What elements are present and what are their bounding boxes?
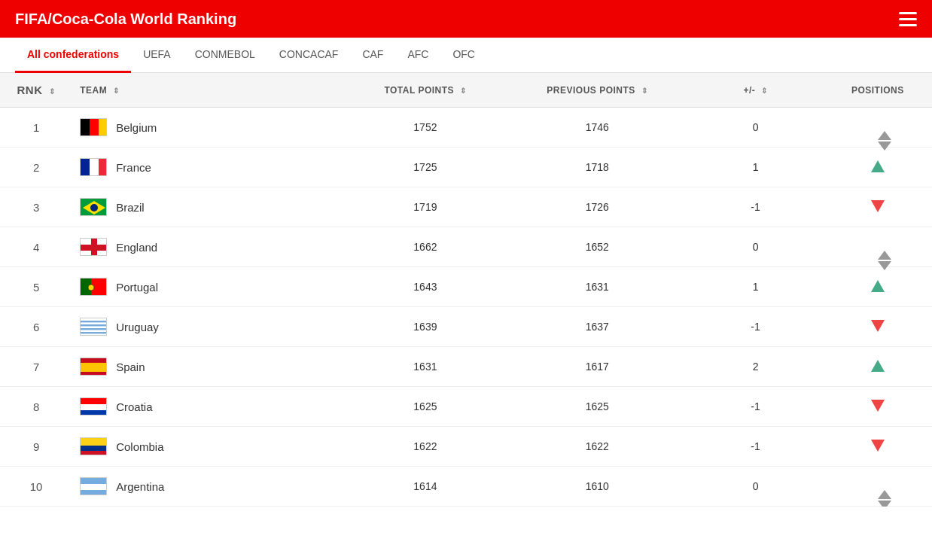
tab-concacaf[interactable]: CONCACAF [267, 38, 351, 73]
svg-rect-21 [81, 363, 107, 372]
cell-rank: 10 [0, 467, 72, 507]
svg-rect-19 [81, 332, 107, 333]
cell-prev-points: 1622 [507, 427, 687, 467]
cell-prev-points: 1746 [507, 108, 687, 148]
cell-diff: 1 [687, 148, 823, 187]
table-row: 4 England 1662 1652 0 [0, 227, 932, 267]
confederation-tabs: All confederationsUEFACONMEBOLCONCACAFCA… [0, 38, 932, 73]
cell-total-points: 1643 [344, 267, 507, 307]
cell-team: Spain [72, 347, 344, 387]
team-flag [80, 118, 107, 136]
tab-all[interactable]: All confederations [15, 38, 131, 73]
menu-button[interactable] [899, 12, 917, 26]
cell-diff: 1 [687, 267, 823, 307]
col-rank-header[interactable]: RNK ⇕ [0, 73, 72, 108]
svg-rect-30 [81, 490, 107, 495]
svg-rect-26 [81, 446, 107, 451]
total-sort-icon: ⇕ [460, 87, 467, 95]
col-prev-header[interactable]: PREVIOUS POINTS ⇕ [507, 73, 687, 108]
position-arrow-up [871, 280, 885, 292]
cell-position [824, 387, 932, 427]
cell-diff: -1 [687, 187, 823, 227]
cell-prev-points: 1617 [507, 347, 687, 387]
table-row: 5 Portugal 1643 1631 1 [0, 267, 932, 307]
team-flag [80, 278, 107, 296]
cell-position [824, 307, 932, 347]
cell-diff: 0 [687, 227, 823, 267]
svg-rect-24 [81, 410, 107, 415]
col-total-header[interactable]: TOTAL POINTS ⇕ [344, 73, 507, 108]
cell-prev-points: 1625 [507, 387, 687, 427]
team-name: Uruguay [116, 321, 159, 333]
cell-prev-points: 1631 [507, 267, 687, 307]
col-pos-header: POSITIONS [824, 73, 932, 108]
cell-position [824, 187, 932, 227]
table-row: 7 Spain 1631 1617 2 [0, 347, 932, 387]
diff-sort-icon: ⇕ [761, 87, 768, 95]
hamburger-line-3 [899, 24, 917, 26]
svg-rect-29 [81, 484, 107, 490]
cell-prev-points: 1726 [507, 187, 687, 227]
cell-diff: 0 [687, 108, 823, 148]
cell-position [824, 467, 932, 507]
table-row: 1 Belgium 1752 1746 0 [0, 108, 932, 148]
tab-ofc[interactable]: OFC [440, 38, 487, 73]
cell-total-points: 1622 [344, 427, 507, 467]
cell-total-points: 1725 [344, 148, 507, 187]
cell-team: France [72, 148, 344, 187]
position-arrow-down [871, 320, 885, 332]
svg-rect-28 [81, 478, 107, 484]
tab-caf[interactable]: CAF [350, 38, 395, 73]
svg-rect-25 [81, 438, 107, 446]
cell-prev-points: 1652 [507, 227, 687, 267]
cell-diff: -1 [687, 307, 823, 347]
cell-rank: 2 [0, 148, 72, 187]
cell-total-points: 1752 [344, 108, 507, 148]
cell-prev-points: 1637 [507, 307, 687, 347]
col-team-header[interactable]: TEAM ⇕ [72, 73, 344, 108]
team-name: England [116, 241, 157, 254]
cell-prev-points: 1718 [507, 148, 687, 187]
team-flag [80, 318, 107, 336]
cell-diff: -1 [687, 427, 823, 467]
team-flag [80, 158, 107, 176]
cell-team: Uruguay [72, 307, 344, 347]
svg-point-14 [88, 285, 94, 291]
table-row: 3 Brazil 1719 1726 -1 [0, 187, 932, 227]
hamburger-line-1 [899, 12, 917, 14]
svg-rect-2 [99, 119, 107, 136]
position-arrow-down [871, 200, 885, 212]
tab-uefa[interactable]: UEFA [131, 38, 183, 73]
svg-point-8 [90, 204, 98, 212]
team-name: Colombia [116, 440, 163, 453]
rank-sort-icon: ⇕ [49, 87, 56, 96]
hamburger-line-2 [899, 18, 917, 20]
team-flag [80, 238, 107, 256]
cell-total-points: 1625 [344, 387, 507, 427]
position-arrow-up [871, 160, 885, 172]
cell-team: Belgium [72, 108, 344, 148]
svg-rect-18 [81, 328, 107, 330]
table-row: 8 Croatia 1625 1625 -1 [0, 387, 932, 427]
tab-conmebol[interactable]: CONMEBOL [183, 38, 267, 73]
tab-afc[interactable]: AFC [395, 38, 440, 73]
cell-rank: 6 [0, 307, 72, 347]
cell-total-points: 1614 [344, 467, 507, 507]
svg-rect-11 [81, 245, 107, 251]
position-arrow-up [871, 360, 885, 372]
cell-rank: 1 [0, 108, 72, 148]
team-name: Belgium [116, 121, 157, 134]
team-flag [80, 198, 107, 216]
svg-rect-3 [81, 159, 90, 176]
table-row: 9 Colombia 1622 1622 -1 [0, 427, 932, 467]
team-name: France [116, 161, 151, 174]
svg-rect-22 [81, 398, 107, 404]
cell-position [824, 427, 932, 467]
team-flag [80, 358, 107, 376]
cell-team: Colombia [72, 427, 344, 467]
col-diff-header[interactable]: +/- ⇕ [687, 73, 823, 108]
cell-position [824, 108, 932, 148]
cell-position [824, 267, 932, 307]
page-title: FIFA/Coca-Cola World Ranking [15, 11, 236, 28]
team-flag [80, 397, 107, 415]
